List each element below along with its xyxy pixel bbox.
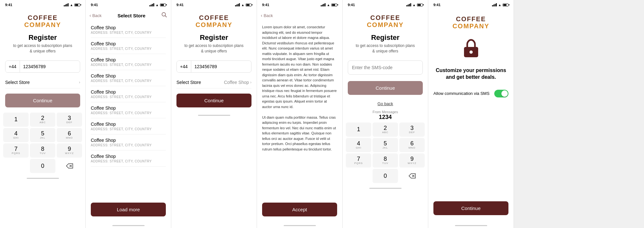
register-subtitle-1: to get access to subscription plans& uni…: [6, 43, 79, 54]
store-select-value-3: Coffee Shop ›: [224, 80, 251, 85]
key-6[interactable]: 6MNO: [57, 128, 82, 142]
status-time-1: 9:41: [5, 3, 12, 7]
register-title-1: Register: [6, 33, 79, 42]
continue-button-1[interactable]: Continue: [5, 94, 80, 107]
nav-header-4: ‹ Back: [257, 9, 342, 22]
battery-icon-5: [417, 4, 423, 6]
wifi-icon-2: ▲: [156, 3, 159, 7]
logo-line1-6: COFFEE: [452, 15, 489, 23]
battery-icon-4: [331, 4, 337, 6]
back-button-2[interactable]: ‹ Back: [90, 13, 102, 18]
register-subtitle-5: to get access to subscription plans& uni…: [349, 43, 421, 54]
key5-3[interactable]: 3DEF: [399, 123, 425, 137]
store-item-6[interactable]: Coffee Shop ADDRESS: STREET, CITY, COUNT…: [91, 102, 166, 118]
key5-4[interactable]: 4GHI: [346, 138, 371, 152]
register-subtitle-3: to get access to subscription plans& uni…: [178, 43, 250, 54]
signal-icon-1: [64, 3, 69, 6]
continue-button-3[interactable]: Continue: [176, 94, 251, 107]
key-1[interactable]: 1: [3, 113, 29, 127]
keypad-5: 1 2ABC 3DEF 4GHI 5JKL 6MNO 7PQRS 8TUV 9W…: [343, 121, 428, 184]
status-time-3: 9:41: [176, 3, 184, 7]
go-back-link-5[interactable]: Go back: [343, 99, 428, 109]
key-3[interactable]: 3DEF: [57, 113, 82, 127]
from-messages-code-5[interactable]: 1234: [343, 114, 428, 121]
signal-icon-4: [321, 3, 326, 6]
store-item-4[interactable]: Coffee Shop ADDRESS: STREET, CITY, COUNT…: [91, 70, 166, 86]
key5-2[interactable]: 2ABC: [373, 123, 398, 137]
key-0[interactable]: 0: [30, 159, 55, 173]
store-select-row-1[interactable]: Select Store ›: [5, 77, 80, 88]
store-select-row-3[interactable]: Select Store Coffee Shop ›: [176, 77, 251, 88]
wifi-icon-6: ▲: [498, 3, 501, 7]
store-item-1[interactable]: Coffee Shop ADDRESS: STREET, CITY, COUNT…: [91, 22, 166, 38]
logo-line1-3: COFFEE: [195, 14, 232, 21]
key-2[interactable]: 2ABC: [30, 113, 55, 127]
key5-5[interactable]: 5JKL: [373, 138, 398, 152]
svg-line-3: [165, 15, 167, 17]
store-item-7[interactable]: Coffee Shop ADDRESS: STREET, CITY, COUNT…: [91, 118, 166, 134]
register-title-5: Register: [349, 33, 421, 42]
key5-8[interactable]: 8TUV: [373, 153, 398, 168]
screen1-frame: 9:41 ▲ COFFEE COMPANY Register to get ac…: [0, 0, 86, 228]
screen2-frame: 9:41 ▲ ‹ Back Select Store: [86, 0, 171, 228]
home-indicator-2: [86, 222, 171, 228]
home-indicator-3: [171, 111, 257, 118]
status-bar-4: 9:41 ▲: [257, 0, 342, 9]
back-label-4: Back: [264, 13, 273, 18]
accept-button-4[interactable]: Accept: [262, 203, 337, 216]
from-messages-label-5: From Messages: [343, 110, 428, 114]
key-9[interactable]: 9WXYZ: [57, 143, 82, 158]
back-button-4[interactable]: ‹ Back: [261, 13, 273, 18]
search-button-2[interactable]: [161, 12, 167, 19]
sms-toggle[interactable]: [494, 90, 508, 97]
key5-delete[interactable]: [399, 169, 425, 183]
continue-button-5[interactable]: Continue: [348, 81, 423, 95]
phone-country-3: +44: [177, 61, 191, 72]
load-more-button[interactable]: Load more: [91, 203, 166, 216]
register-section-3: Register to get access to subscription p…: [171, 31, 257, 58]
logo-line2-6: COMPANY: [452, 23, 489, 30]
svg-point-7: [469, 50, 473, 54]
continue-button-6[interactable]: Continue: [433, 201, 508, 215]
signal-icon-5: [406, 3, 411, 6]
store-item-2[interactable]: Coffee Shop ADDRESS: STREET, CITY, COUNT…: [91, 38, 166, 54]
store-item-9[interactable]: Coffee Shop ADDRESS: STREET, CITY, COUNT…: [91, 150, 166, 167]
store-select-label-1: Select Store: [5, 80, 30, 85]
phone-input-row-1: +44 123456789: [5, 60, 80, 73]
key-8[interactable]: 8TUV: [30, 143, 55, 158]
back-label-2: Back: [92, 13, 102, 18]
key-7[interactable]: 7PQRS: [3, 143, 29, 158]
store-item-5[interactable]: Coffee Shop ADDRESS: STREET, CITY, COUNT…: [91, 86, 166, 102]
key5-6[interactable]: 6MNO: [399, 138, 425, 152]
key5-7[interactable]: 7PQRS: [346, 153, 371, 168]
home-indicator-1: [0, 174, 85, 181]
phone-number-1[interactable]: 123456789: [20, 61, 80, 72]
screen5-frame: 9:41 ▲ COFFEE COMPANY Register to get ac…: [343, 0, 428, 228]
phone-number-3[interactable]: 123456789: [191, 61, 251, 72]
register-section-1: Register to get access to subscription p…: [0, 31, 85, 58]
chevron-right-icon-1: ›: [79, 80, 80, 85]
nav-title-2: Select Store: [102, 13, 161, 18]
store-item-3[interactable]: Coffee Shop ADDRESS: STREET, CITY, COUNT…: [91, 54, 166, 70]
sms-input-container-5[interactable]: [348, 60, 423, 75]
key5-9[interactable]: 9WXYZ: [399, 153, 425, 168]
logo-line2-1: COMPANY: [24, 21, 61, 28]
store-select-label-3: Select Store: [176, 80, 201, 85]
phone-input-row-3: +44 123456789: [176, 60, 251, 73]
key5-1[interactable]: 1: [346, 123, 371, 137]
signal-icon-3: [235, 3, 240, 6]
sms-input-5[interactable]: [352, 65, 419, 70]
phone-country-1: +44: [5, 61, 20, 72]
key-delete[interactable]: [57, 159, 82, 173]
delete-icon-5: [409, 173, 416, 178]
status-bar-2: 9:41 ▲: [86, 0, 171, 9]
status-time-4: 9:41: [262, 3, 269, 7]
chevron-right-icon-3: ›: [250, 80, 251, 85]
register-title-3: Register: [178, 33, 250, 42]
key5-0[interactable]: 0: [373, 169, 398, 183]
store-item-8[interactable]: Coffee Shop ADDRESS: STREET, CITY, COUNT…: [91, 134, 166, 150]
key-4[interactable]: 4GHI: [3, 128, 29, 142]
delete-icon: [66, 163, 73, 169]
status-bar-6: 9:41 ▲: [428, 0, 514, 9]
key-5[interactable]: 5JKL: [30, 128, 55, 142]
